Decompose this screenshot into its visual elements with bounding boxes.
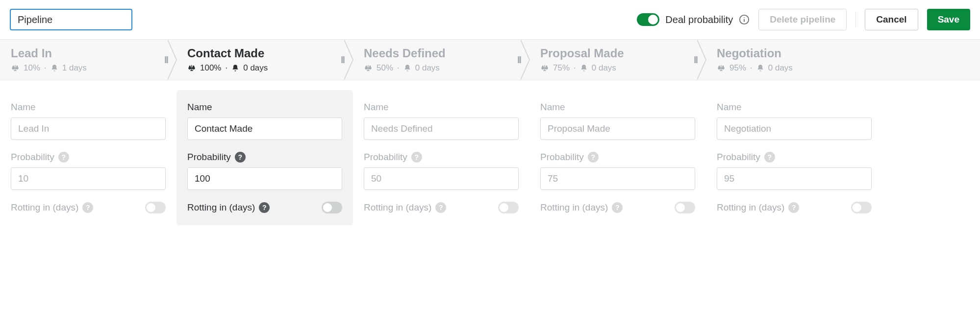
probability-label: Probability ? xyxy=(717,152,872,163)
drag-handle[interactable]: II xyxy=(341,54,344,66)
stage-form-lead-in: Name Probability ? Rotting in (days) ? xyxy=(0,90,176,225)
scale-icon xyxy=(11,64,20,72)
editor-header: Deal probability Delete pipeline Cancel … xyxy=(0,0,980,40)
stage-meta: 10% · 1 days xyxy=(11,63,167,73)
rotting-label: Rotting in (days) ? xyxy=(364,202,446,213)
bell-icon xyxy=(403,64,411,72)
stage-name-input[interactable] xyxy=(364,117,519,140)
rotting-label: Rotting in (days) ? xyxy=(11,202,93,213)
stage-title: Contact Made xyxy=(187,47,343,60)
probability-label: Probability ? xyxy=(540,152,695,163)
name-label: Name xyxy=(717,102,872,113)
save-button[interactable]: Save xyxy=(927,9,970,30)
deal-probability-toggle[interactable] xyxy=(637,13,659,26)
probability-label: Probability ? xyxy=(187,152,342,163)
stage-forms-row: Name Probability ? Rotting in (days) ? N… xyxy=(0,80,980,225)
stage-meta: 75% · 0 days xyxy=(540,63,696,73)
help-icon[interactable]: ? xyxy=(259,202,270,213)
rotting-toggle[interactable] xyxy=(675,202,695,213)
rotting-toggle[interactable] xyxy=(498,202,519,213)
stage-title: Lead In xyxy=(11,47,167,60)
stage-form-negotiation: Name Probability ? Rotting in (days) ? xyxy=(706,90,882,225)
stage-name-input[interactable] xyxy=(540,117,695,140)
stage-form-needs-defined: Name Probability ? Rotting in (days) ? xyxy=(353,90,529,225)
stage-head-negotiation[interactable]: Negotiation 95% · 0 days xyxy=(706,40,882,80)
rotting-label: Rotting in (days) ? xyxy=(540,202,623,213)
stage-form-proposal-made: Name Probability ? Rotting in (days) ? xyxy=(529,90,706,225)
stage-name-input[interactable] xyxy=(187,117,342,140)
probability-label: Probability ? xyxy=(11,152,166,163)
stage-meta: 95% · 0 days xyxy=(717,63,873,73)
help-icon[interactable]: ? xyxy=(588,152,599,163)
bell-icon xyxy=(50,64,58,72)
name-label: Name xyxy=(364,102,519,113)
bell-icon xyxy=(231,64,239,72)
help-icon[interactable]: ? xyxy=(235,152,246,163)
help-icon[interactable]: ? xyxy=(58,152,69,163)
bell-icon xyxy=(580,64,588,72)
deal-probability-label: Deal probability xyxy=(665,14,733,25)
drag-handle[interactable]: II xyxy=(517,54,521,66)
divider xyxy=(855,12,856,27)
stage-title: Needs Defined xyxy=(364,47,520,60)
probability-input[interactable] xyxy=(11,167,166,190)
stage-head-needs-defined[interactable]: Needs Defined 50% · 0 days II xyxy=(353,40,529,80)
scale-icon xyxy=(540,64,549,72)
scale-icon xyxy=(717,64,726,72)
stages-header-row: Lead In 10% · 1 days II Contact Made 100… xyxy=(0,40,980,80)
stage-title: Negotiation xyxy=(717,47,873,60)
help-icon[interactable]: ? xyxy=(612,202,623,213)
stage-head-contact-made[interactable]: Contact Made 100% · 0 days II xyxy=(176,40,353,80)
help-icon[interactable]: ? xyxy=(788,202,799,213)
stage-meta: 50% · 0 days xyxy=(364,63,520,73)
deal-probability-toggle-wrap: Deal probability xyxy=(637,13,750,26)
stage-head-proposal-made[interactable]: Proposal Made 75% · 0 days II xyxy=(529,40,706,80)
help-icon[interactable]: ? xyxy=(82,202,93,213)
help-icon[interactable]: ? xyxy=(764,152,775,163)
drag-handle[interactable]: II xyxy=(694,54,697,66)
probability-input[interactable] xyxy=(717,167,872,190)
stage-name-input[interactable] xyxy=(717,117,872,140)
rotting-toggle[interactable] xyxy=(145,202,166,213)
rotting-toggle[interactable] xyxy=(322,202,342,213)
scale-icon xyxy=(364,64,373,72)
drag-handle[interactable]: II xyxy=(164,54,168,66)
rotting-toggle[interactable] xyxy=(851,202,872,213)
probability-input[interactable] xyxy=(187,167,342,190)
delete-pipeline-button[interactable]: Delete pipeline xyxy=(758,9,847,30)
probability-input[interactable] xyxy=(364,167,519,190)
svg-point-2 xyxy=(744,17,745,18)
stage-meta: 100% · 0 days xyxy=(187,63,343,73)
rotting-label: Rotting in (days) ? xyxy=(187,202,270,213)
stage-title: Proposal Made xyxy=(540,47,696,60)
cancel-button[interactable]: Cancel xyxy=(865,9,918,30)
stage-name-input[interactable] xyxy=(11,117,166,140)
rotting-label: Rotting in (days) ? xyxy=(717,202,799,213)
name-label: Name xyxy=(187,102,342,113)
probability-label: Probability ? xyxy=(364,152,519,163)
name-label: Name xyxy=(11,102,166,113)
name-label: Name xyxy=(540,102,695,113)
info-icon[interactable] xyxy=(739,14,750,25)
scale-icon xyxy=(187,64,196,72)
help-icon[interactable]: ? xyxy=(435,202,446,213)
stage-head-lead-in[interactable]: Lead In 10% · 1 days II xyxy=(0,40,176,80)
probability-input[interactable] xyxy=(540,167,695,190)
pipeline-name-input[interactable] xyxy=(10,9,132,30)
bell-icon xyxy=(756,64,764,72)
stage-form-contact-made: Name Probability ? Rotting in (days) ? xyxy=(176,90,353,225)
help-icon[interactable]: ? xyxy=(411,152,422,163)
